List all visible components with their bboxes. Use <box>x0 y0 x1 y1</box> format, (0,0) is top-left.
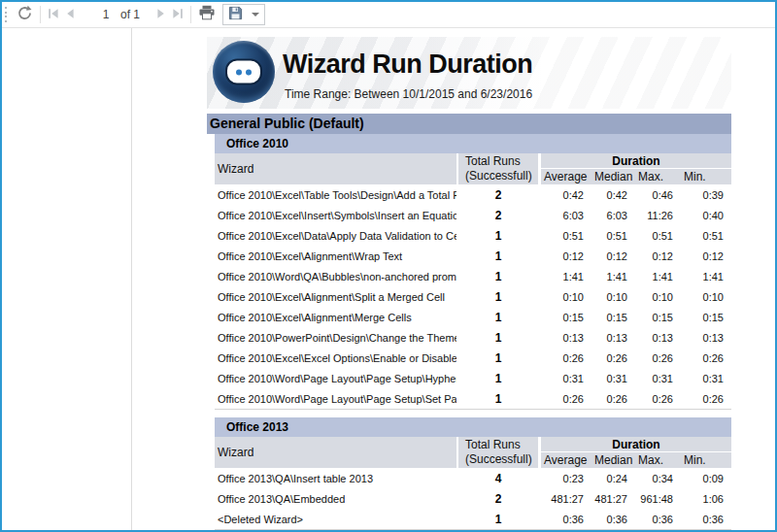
duration-subheaders: AverageMedianMax.Min. <box>541 452 731 468</box>
duration-median-cell: 6:03 <box>591 210 635 221</box>
table-rows: Office 2013\QA\Insert table 201340:230:2… <box>215 468 731 530</box>
print-button[interactable] <box>195 3 219 26</box>
report-canvas[interactable]: Wizard Run Duration Time Range: Between … <box>132 28 775 531</box>
duration-max-cell: 0:12 <box>635 250 681 262</box>
first-page-button[interactable] <box>45 3 62 26</box>
section-title-band: Office 2010 <box>215 134 731 153</box>
col-header-median: Median <box>591 452 635 468</box>
total-runs-line1: Total Runs <box>465 154 538 169</box>
page-number-field[interactable]: 1 <box>93 8 118 21</box>
col-header-wizard: Wizard <box>215 153 456 184</box>
total-runs-cell: 1 <box>458 249 538 263</box>
duration-median-cell: 0:42 <box>591 189 635 201</box>
duration-min-cell: 0:31 <box>681 373 731 384</box>
wizard-name-cell: Office 2010\Excel\Excel Options\Enable o… <box>215 352 456 364</box>
duration-median-cell: 481:27 <box>591 493 635 505</box>
table-row: <Deleted Wizard>10:360:360:360:36 <box>215 509 731 529</box>
duration-median-cell: 0:15 <box>591 312 635 323</box>
last-page-button[interactable] <box>169 3 186 26</box>
table-row: Office 2010\Excel\Insert\Symbols\Insert … <box>215 205 731 225</box>
col-header-duration: Duration <box>541 437 731 452</box>
duration-min-cell: 1:41 <box>681 271 731 283</box>
total-runs-cell: 1 <box>458 513 538 526</box>
col-header-total-runs: Total Runs(Successfull) <box>458 437 538 468</box>
duration-median-cell: 0:10 <box>591 291 635 303</box>
report-header: Wizard Run Duration Time Range: Between … <box>207 37 731 109</box>
duration-median-cell: 0:51 <box>591 230 635 242</box>
duration-group-header: DurationAverageMedianMax.Min. <box>541 437 731 468</box>
logo-plate <box>225 59 262 85</box>
wizard-name-cell: Office 2010\Word\QA\Bubbles\non-anchored… <box>215 271 456 283</box>
duration-min-cell: 0:13 <box>681 332 731 344</box>
report-viewer-window: 1 of 1 <box>0 0 777 532</box>
table-row: Office 2013\QA\Insert table 201340:230:2… <box>215 468 731 488</box>
wizard-name-cell: Office 2010\PowerPoint\Design\Change the… <box>215 332 456 344</box>
duration-median-cell: 0:13 <box>591 332 635 344</box>
duration-max-cell: 0:26 <box>635 393 681 405</box>
document-map-panel[interactable] <box>2 28 132 531</box>
duration-subheaders: AverageMedianMax.Min. <box>541 169 731 184</box>
toolbar-grip-handle[interactable] <box>5 7 12 22</box>
total-runs-cell: 2 <box>458 492 538 506</box>
duration-max-cell: 11:26 <box>635 210 681 221</box>
wizard-name-cell: Office 2010\Excel\Alignment\Split a Merg… <box>215 291 456 303</box>
duration-max-cell: 0:31 <box>635 373 681 384</box>
duration-min-cell: 0:10 <box>681 291 731 303</box>
wizard-name-cell: Office 2010\Excel\Insert\Symbols\Insert … <box>215 210 456 221</box>
duration-max-cell: 0:46 <box>635 189 681 201</box>
report-section: Office 2010WizardTotal Runs(Successfull)… <box>215 134 731 410</box>
export-dropdown-button[interactable] <box>222 4 265 25</box>
col-header-duration: Duration <box>541 153 731 169</box>
table-row: Office 2010\Excel\Alignment\Split a Merg… <box>215 286 731 307</box>
duration-median-cell: 0:12 <box>591 250 635 262</box>
duration-median-cell: 0:26 <box>591 393 635 405</box>
section-title-band: Office 2013 <box>215 417 731 437</box>
print-icon <box>198 5 216 24</box>
chevron-down-icon <box>252 13 259 17</box>
table-row: Office 2010\Excel\Excel Options\Enable o… <box>215 348 731 368</box>
duration-group-header: DurationAverageMedianMax.Min. <box>541 153 731 184</box>
total-runs-cell: 4 <box>458 472 538 485</box>
duration-min-cell: 0:40 <box>681 210 731 221</box>
table-row: Office 2010\Word\Page Layout\Page Setup\… <box>215 368 731 388</box>
next-page-button[interactable] <box>153 3 169 26</box>
duration-min-cell: 0:36 <box>681 514 731 525</box>
table-header-row: WizardTotal Runs(Successfull)DurationAve… <box>215 437 731 468</box>
total-runs-cell: 1 <box>458 270 538 283</box>
duration-min-cell: 0:51 <box>681 230 731 242</box>
duration-average-cell: 0:26 <box>541 352 591 364</box>
report-section: Office 2013WizardTotal Runs(Successfull)… <box>215 417 731 530</box>
duration-average-cell: 0:12 <box>541 250 591 262</box>
duration-min-cell: 0:26 <box>681 352 731 364</box>
duration-min-cell: 0:39 <box>681 189 731 201</box>
refresh-button[interactable] <box>14 3 36 26</box>
duration-min-cell: 0:15 <box>681 312 731 323</box>
duration-median-cell: 0:26 <box>591 352 635 364</box>
save-export-icon <box>228 6 243 24</box>
table-row: Office 2013\QA\Embedded2481:27481:27961:… <box>215 488 731 509</box>
app-logo <box>213 41 275 103</box>
total-runs-cell: 2 <box>458 188 538 202</box>
toolbar: 1 of 1 <box>2 2 775 28</box>
previous-page-button[interactable] <box>62 3 78 26</box>
duration-average-cell: 0:36 <box>541 514 591 525</box>
col-header-min: Min. <box>681 452 731 468</box>
wizard-name-cell: Office 2010\Excel\Alignment\Merge Cells <box>215 312 456 323</box>
duration-max-cell: 961:48 <box>635 493 681 505</box>
total-runs-cell: 1 <box>458 351 538 365</box>
toolbar-separator <box>190 6 191 23</box>
duration-max-cell: 0:26 <box>635 352 681 364</box>
next-page-icon <box>156 6 166 23</box>
duration-median-cell: 1:41 <box>591 271 635 283</box>
duration-average-cell: 0:10 <box>541 291 591 303</box>
refresh-icon <box>17 5 33 25</box>
table-row: Office 2010\PowerPoint\Design\Change the… <box>215 327 731 348</box>
duration-average-cell: 6:03 <box>541 210 591 221</box>
col-header-median: Median <box>591 169 635 184</box>
duration-max-cell: 0:15 <box>635 312 681 323</box>
table-row: Office 2010\Excel\Table Tools\Design\Add… <box>215 184 731 205</box>
duration-average-cell: 1:41 <box>541 271 591 283</box>
duration-max-cell: 0:51 <box>635 230 681 242</box>
report-title: Wizard Run Duration <box>283 50 532 80</box>
previous-page-icon <box>65 6 75 23</box>
